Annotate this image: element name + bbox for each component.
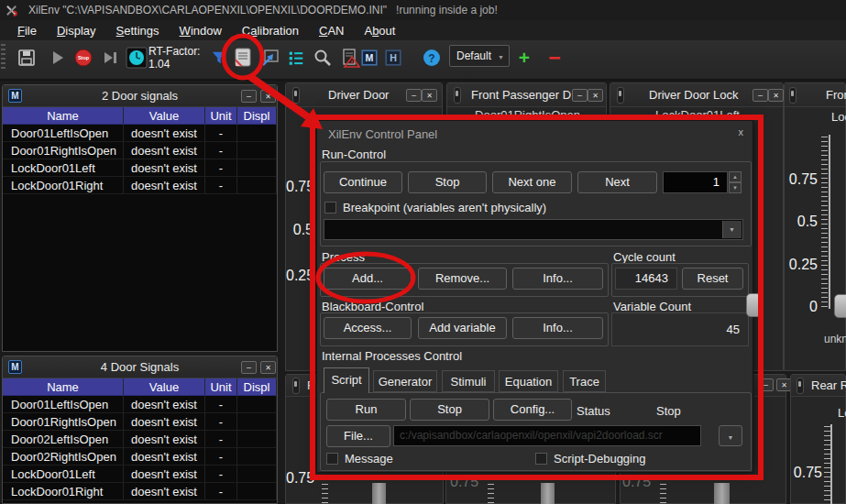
table-row[interactable]: Door01LeftIsOpendoesn't exist- — [3, 396, 277, 413]
slider-handle[interactable] — [746, 293, 762, 317]
h-window-label: H — [390, 52, 397, 63]
list-icon[interactable] — [286, 45, 306, 71]
close-button[interactable] — [260, 90, 276, 103]
slider-handle[interactable] — [834, 294, 846, 318]
help-icon[interactable]: ? — [421, 45, 443, 71]
menu-item-file[interactable]: File — [7, 22, 47, 39]
front-right-titlebar[interactable]: Fron — [785, 83, 845, 107]
tab-equation[interactable]: Equation — [499, 370, 558, 392]
script-config-button[interactable]: Config... — [493, 399, 572, 421]
spin-down-button[interactable]: ▼ — [729, 182, 742, 193]
driver-door-lock-titlebar[interactable]: Driver Door Lock — [610, 83, 783, 107]
tab-script[interactable]: Script — [324, 367, 369, 393]
panel-grip-icon[interactable] — [789, 87, 797, 104]
breakpoint-checkbox[interactable] — [324, 202, 336, 214]
table-row[interactable]: Door02LeftIsOpendoesn't exist- — [3, 431, 277, 448]
spin-up-button[interactable]: ▲ — [729, 171, 742, 182]
table-row[interactable]: LockDoor01Rightdoesn't exist- — [3, 177, 277, 194]
driver-door-titlebar[interactable]: Driver Door — [286, 83, 442, 107]
table-row[interactable]: Door01RightIsOpendoesn't exist- — [3, 142, 277, 159]
minimize-button[interactable] — [572, 89, 588, 102]
close-button[interactable] — [588, 89, 603, 102]
close-button[interactable] — [260, 361, 276, 374]
breakpoint-combo[interactable] — [324, 219, 743, 240]
menu-item-can[interactable]: CAN — [309, 22, 354, 39]
panel-grip-icon[interactable] — [797, 378, 804, 394]
menu-item-calibration[interactable]: Calibration — [232, 22, 309, 39]
table-row[interactable]: LockDoor01Leftdoesn't exist- — [3, 466, 277, 483]
panel-grip-icon[interactable] — [292, 87, 300, 104]
menu-item-window[interactable]: Window — [170, 22, 232, 39]
minimize-button[interactable] — [758, 378, 774, 391]
filter-icon[interactable] — [209, 45, 229, 71]
table-row[interactable]: Door01LeftIsOpendoesn't exist- — [3, 125, 277, 142]
add-button[interactable]: Add... — [324, 268, 412, 290]
two-door-titlebar[interactable]: M 2 Door signals — [3, 85, 277, 107]
profile-select[interactable]: Default — [449, 45, 510, 67]
clock-icon[interactable] — [126, 45, 148, 71]
add-icon[interactable]: + — [515, 45, 533, 71]
remove-button[interactable]: Remove... — [418, 268, 507, 290]
chevron-down-icon[interactable] — [722, 221, 742, 238]
dialog-close-button[interactable]: x — [739, 126, 744, 137]
slider-handle[interactable] — [372, 483, 386, 504]
script-stop-button[interactable]: Stop — [410, 399, 489, 421]
minimize-button[interactable] — [241, 361, 257, 374]
h-window-icon[interactable]: H — [385, 45, 401, 71]
table-cell: - — [205, 396, 237, 412]
minimize-button[interactable] — [406, 89, 422, 102]
file-combo-dropdown[interactable]: ▼ — [719, 425, 742, 446]
front-passenger-titlebar[interactable]: Front Passenger D... — [447, 83, 606, 107]
minimize-button[interactable] — [753, 89, 768, 102]
menu-item-settings[interactable]: Settings — [106, 22, 170, 39]
panel-grip-icon[interactable] — [292, 378, 300, 394]
process-label: Process — [322, 250, 365, 264]
next-one-button[interactable]: Next one — [492, 171, 572, 193]
table-cell: doesn't exist — [124, 448, 205, 465]
add-variable-button[interactable]: Add variable — [418, 317, 507, 339]
file-button[interactable]: File... — [326, 425, 390, 447]
table-cell: Door02RightIsOpen — [3, 448, 124, 465]
table-row[interactable]: Door02RightIsOpendoesn't exist- — [3, 448, 277, 466]
goto-window-icon[interactable] — [259, 45, 281, 71]
slider-handle[interactable] — [541, 483, 555, 504]
control-panel-icon[interactable] — [231, 45, 255, 71]
message-checkbox[interactable] — [326, 453, 338, 465]
panel-grip-icon[interactable] — [617, 87, 624, 104]
continue-button[interactable]: Continue — [324, 171, 402, 193]
slider-handle[interactable] — [714, 483, 730, 504]
next-button[interactable]: Next — [577, 171, 657, 193]
menu-item-display[interactable]: Display — [47, 22, 106, 39]
blackboard-info-button[interactable]: Info... — [512, 317, 603, 339]
rear-right-titlebar[interactable]: Rear R — [791, 375, 845, 397]
tab-generator[interactable]: Generator — [373, 370, 437, 392]
remove-icon[interactable]: − — [544, 45, 565, 71]
script-file-combo[interactable]: c:/vapisandbox/carlaopenxil/openxil/vapi… — [393, 425, 701, 446]
close-button[interactable] — [422, 89, 437, 102]
toolbar-grip[interactable] — [1, 44, 5, 71]
play-icon[interactable] — [46, 45, 68, 71]
reset-button[interactable]: Reset — [682, 268, 743, 290]
access-button[interactable]: Access... — [324, 317, 412, 339]
close-button[interactable] — [768, 89, 784, 102]
table-row[interactable]: LockDoor01Leftdoesn't exist- — [3, 159, 277, 177]
doc-warning-icon[interactable] — [339, 45, 361, 71]
script-run-button[interactable]: Run — [326, 399, 406, 421]
tab-trace[interactable]: Trace — [563, 370, 606, 392]
step-count-input[interactable]: 1 — [663, 171, 728, 193]
save-icon[interactable] — [16, 45, 38, 71]
stop-button[interactable]: Stop — [408, 171, 487, 193]
info-button[interactable]: Info... — [512, 268, 603, 290]
table-row[interactable]: Door01RightIsOpendoesn't exist- — [3, 413, 277, 431]
four-door-titlebar[interactable]: M 4 Door Signals — [3, 356, 277, 378]
step-forward-icon[interactable] — [99, 45, 121, 71]
panel-grip-icon[interactable] — [454, 87, 461, 104]
stop-sign-icon[interactable]: Stop — [72, 45, 94, 71]
search-icon[interactable] — [312, 45, 334, 71]
minimize-button[interactable] — [241, 90, 257, 103]
m-window-icon[interactable]: M — [361, 45, 378, 71]
table-row[interactable]: LockDoor01Rightdoesn't exist- — [3, 483, 277, 500]
menu-item-about[interactable]: About — [354, 22, 405, 39]
tab-stimuli[interactable]: Stimuli — [442, 370, 495, 392]
script-debugging-checkbox[interactable] — [535, 453, 547, 465]
